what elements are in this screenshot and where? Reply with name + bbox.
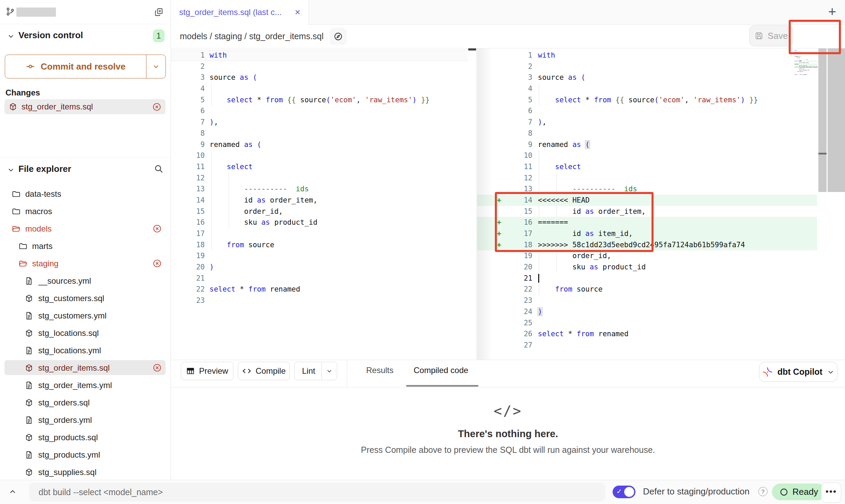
line-number: 15 xyxy=(507,206,532,217)
version-control-chevron-icon[interactable] xyxy=(8,33,14,40)
file-item-stg_customers.sql[interactable]: stg_customers.sql xyxy=(0,290,171,307)
code-line-19: 19 order_id, xyxy=(477,250,817,262)
status-badge-ready[interactable]: Ready xyxy=(772,484,826,500)
tab-results[interactable]: Results xyxy=(366,366,393,375)
main-area: stg_order_items.sql (last c... × + model… xyxy=(171,0,845,480)
file-explorer-chevron-icon[interactable] xyxy=(8,166,14,173)
window-scrollbar[interactable] xyxy=(828,48,845,192)
empty-state-title: There's nothing here. xyxy=(171,428,845,440)
help-icon[interactable]: ? xyxy=(758,487,768,496)
editor-scrollbar[interactable] xyxy=(818,48,827,192)
editor-pane-left[interactable]: 1with23source as (45 select * from {{ so… xyxy=(171,48,476,360)
file-item-label: stg_order_items.yml xyxy=(38,381,171,390)
line-number: 2 xyxy=(507,61,532,72)
git-branch-icon[interactable] xyxy=(5,7,15,16)
file-item-stg_orders.sql[interactable]: stg_orders.sql xyxy=(0,394,171,411)
compile-button[interactable]: Compile xyxy=(238,362,290,380)
file-item-label: stg_locations.sql xyxy=(38,328,171,338)
diff-add-marker xyxy=(497,83,507,94)
lint-button[interactable]: Lint xyxy=(294,362,337,380)
commit-and-resolve-button[interactable]: Commit and resolve xyxy=(5,55,166,78)
folder-icon xyxy=(18,241,29,251)
line-number: 4 xyxy=(171,83,205,94)
cube-icon xyxy=(25,398,35,407)
code-line-2: 2 xyxy=(171,61,468,72)
code-line-11: 11 select xyxy=(171,161,468,173)
lineage-compass-icon[interactable] xyxy=(330,28,347,45)
file-item-__sources.yml[interactable]: __sources.yml xyxy=(0,272,171,290)
file-item-label: stg_products.sql xyxy=(38,433,171,442)
lint-options-chevron[interactable] xyxy=(321,362,337,380)
pane-divider[interactable] xyxy=(476,48,477,360)
save-button[interactable]: Save xyxy=(749,25,793,46)
dbt-copilot-button[interactable]: dbt Copilot xyxy=(759,362,837,382)
new-tab-icon[interactable]: + xyxy=(828,5,836,18)
file-item-label: stg_orders.yml xyxy=(38,415,171,425)
diff-add-marker xyxy=(497,50,507,61)
file-item-stg_supplies.sql[interactable]: stg_supplies.sql xyxy=(0,463,171,481)
sidebar-top-bar xyxy=(0,0,171,24)
editor-minimap[interactable]: withsource as ( select * from {{ source(… xyxy=(794,50,818,95)
discard-change-icon[interactable] xyxy=(153,224,162,233)
defer-toggle[interactable]: ✓ xyxy=(613,486,635,498)
save-icon xyxy=(755,31,763,40)
copy-icon[interactable] xyxy=(154,8,163,17)
diff-add-marker xyxy=(497,273,507,284)
tab-label: stg_order_items.sql (last c... xyxy=(179,8,290,17)
commit-options-chevron[interactable] xyxy=(146,55,166,78)
file-item-stg_products.sql[interactable]: stg_products.sql xyxy=(0,429,171,446)
file-item-stg_products.yml[interactable]: stg_products.yml xyxy=(0,446,171,463)
line-number: 5 xyxy=(507,94,532,106)
tab-close-icon[interactable]: × xyxy=(295,7,300,18)
preview-button[interactable]: Preview xyxy=(181,362,233,380)
code-line-15: 15 id as order_item, xyxy=(477,206,817,217)
code-line-12: 12 xyxy=(477,173,817,184)
line-number: 23 xyxy=(171,295,205,306)
tab-stg-order-items[interactable]: stg_order_items.sql (last c... × xyxy=(171,0,309,25)
save-button-label: Save xyxy=(768,31,788,41)
file-item-label: stg_order_items.sql xyxy=(38,363,153,373)
file-item-stg_orders.yml[interactable]: stg_orders.yml xyxy=(0,411,171,429)
changed-file-row[interactable]: stg_order_items.sql xyxy=(4,99,166,114)
line-number: 16 xyxy=(171,217,205,228)
line-number: 18 xyxy=(507,239,532,251)
discard-change-icon[interactable] xyxy=(153,363,162,372)
file-item-models[interactable]: models xyxy=(0,220,171,237)
file-item-label: stg_products.yml xyxy=(38,450,171,460)
file-item-stg_locations.sql[interactable]: stg_locations.sql xyxy=(0,324,171,342)
file-item-stg_customers.yml[interactable]: stg_customers.yml xyxy=(0,307,171,324)
diff-add-marker xyxy=(497,128,507,139)
file-item-macros[interactable]: macros xyxy=(0,203,171,220)
code-line-9: 9renamed as ( xyxy=(477,139,817,150)
file-item-staging[interactable]: staging xyxy=(0,255,171,272)
preview-button-label: Preview xyxy=(199,366,228,376)
left-pane-scrollbar-thumb[interactable] xyxy=(468,48,476,50)
file-item-label: macros xyxy=(25,207,171,216)
file-item-stg_order_items.sql[interactable]: stg_order_items.sql xyxy=(0,359,171,376)
commit-icon xyxy=(26,62,35,71)
line-number: 3 xyxy=(171,72,205,83)
command-input[interactable]: dbt build --select <model_name> xyxy=(29,483,605,502)
line-number: 20 xyxy=(171,262,205,273)
overflow-menu-button[interactable]: ••• xyxy=(821,483,841,503)
file-item-stg_locations.yml[interactable]: stg_locations.yml xyxy=(0,342,171,359)
line-number: 6 xyxy=(171,105,205,117)
folder-icon xyxy=(12,207,22,216)
file-item-marts[interactable]: marts xyxy=(0,237,171,255)
file-item-data-tests[interactable]: data-tests xyxy=(0,185,171,203)
line-number: 14 xyxy=(171,195,205,206)
discard-change-icon[interactable] xyxy=(152,102,161,112)
file-item-stg_order_items.yml[interactable]: stg_order_items.yml xyxy=(0,376,171,394)
file-item-label: stg_supplies.sql xyxy=(38,468,171,477)
tab-compiled-code[interactable]: Compiled code xyxy=(414,366,468,375)
search-icon[interactable] xyxy=(154,164,164,174)
editor-pane-right[interactable]: 1with23source as (45 select * from {{ so… xyxy=(477,48,845,360)
discard-change-icon[interactable] xyxy=(153,259,162,268)
code-line-5: 5 select * from {{ source('ecom', 'raw_i… xyxy=(171,94,468,106)
code-line-20: 20) xyxy=(171,262,468,273)
code-line-24: 24) xyxy=(477,306,817,317)
collapse-panel-icon[interactable] xyxy=(8,488,17,496)
diff-add-marker xyxy=(497,340,507,351)
defer-label: Defer to staging/production xyxy=(643,486,749,497)
code-line-4: 4 xyxy=(171,83,468,94)
